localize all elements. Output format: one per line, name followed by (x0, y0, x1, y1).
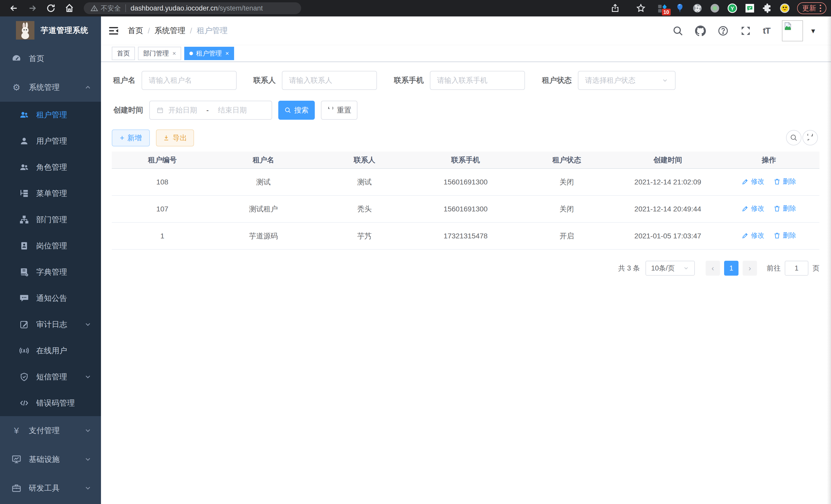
extension-icon[interactable] (692, 3, 703, 13)
header-search-icon[interactable] (672, 25, 683, 36)
add-button[interactable]: + 新增 (112, 129, 150, 146)
browser-back-icon[interactable] (9, 3, 19, 13)
export-button[interactable]: 导出 (156, 129, 194, 146)
edit-link[interactable]: 修改 (742, 231, 764, 240)
edit-link[interactable]: 修改 (742, 177, 764, 186)
chevron-down-icon (84, 373, 92, 381)
sidebar-item-error-code[interactable]: 错误码管理 (0, 390, 101, 416)
breadcrumb-system[interactable]: 系统管理 (154, 25, 185, 36)
post-badge-icon (19, 241, 29, 251)
close-icon[interactable]: × (225, 50, 229, 57)
extension-icon[interactable] (745, 3, 755, 13)
goto-page-input[interactable] (785, 261, 808, 276)
avatar[interactable] (782, 20, 803, 41)
sidebar-item-payment[interactable]: ¥ 支付管理 (0, 416, 101, 445)
font-size-icon[interactable]: tT (763, 26, 770, 36)
extension-icon[interactable] (780, 3, 790, 13)
delete-link[interactable]: 删除 (773, 177, 796, 186)
browser-menu-icon[interactable] (820, 5, 821, 12)
browser-home-icon[interactable] (64, 3, 74, 13)
puzzle-extensions-icon[interactable] (762, 3, 772, 13)
breadcrumb-home[interactable]: 首页 (128, 25, 143, 36)
tab-tenant-mgmt[interactable]: 租户管理 × (184, 47, 234, 60)
search-icon (284, 107, 291, 114)
sidebar-item-dept-mgmt[interactable]: 部门管理 (0, 207, 101, 233)
sidebar-item-role-mgmt[interactable]: 角色管理 (0, 154, 101, 180)
sidebar-item-label: 研发工具 (29, 483, 60, 494)
next-page-button[interactable]: › (743, 261, 757, 276)
page-size-select[interactable]: 10条/页 (646, 261, 695, 276)
sidebar-item-post-mgmt[interactable]: 岗位管理 (0, 233, 101, 259)
col-created: 创建时间 (617, 152, 718, 169)
table-refresh-button[interactable] (802, 130, 818, 145)
reset-button[interactable]: 重置 (321, 101, 357, 120)
sidebar-item-infra[interactable]: 基础设施 (0, 445, 101, 474)
sidebar-collapse-icon[interactable] (108, 25, 119, 36)
browser-update-button[interactable]: 更新 (797, 2, 826, 14)
chevron-down-icon (662, 77, 668, 84)
sidebar-item-tenant-mgmt[interactable]: 租户管理 (0, 102, 101, 128)
tab-home[interactable]: 首页 (112, 47, 135, 60)
svg-text:Y: Y (730, 6, 734, 11)
roles-icon (19, 162, 29, 172)
sidebar-item-audit-log[interactable]: 审计日志 (0, 312, 101, 337)
sidebar-item-notice[interactable]: 通知公告 (0, 285, 101, 312)
browser-forward-icon[interactable] (28, 3, 37, 13)
extension-icon[interactable]: 10 (657, 3, 667, 13)
extension-icon[interactable] (710, 3, 720, 13)
start-date-placeholder: 开始日期 (168, 105, 197, 115)
search-button[interactable]: 搜索 (278, 101, 315, 120)
edit-link[interactable]: 修改 (742, 204, 764, 213)
status-value: 关闭 (516, 169, 617, 196)
sidebar-item-online-users[interactable]: 在线用户 (0, 337, 101, 364)
security-chip[interactable]: 不安全 (90, 4, 121, 13)
app-logo[interactable]: 芋道管理系统 (0, 17, 101, 44)
tenant-name-label: 租户名 (112, 75, 136, 86)
address-bar[interactable]: 不安全 dashboard.yudao.iocoder.cn/system/te… (84, 2, 301, 14)
sidebar-item-dict-mgmt[interactable]: 字典管理 (0, 259, 101, 285)
status-select[interactable]: 请选择租户状态 (578, 71, 676, 90)
sidebar-item-menu-mgmt[interactable]: 菜单管理 (0, 180, 101, 207)
chevron-down-icon (84, 455, 92, 463)
yen-icon: ¥ (11, 425, 22, 436)
pagination: 共 3 条 10条/页 ‹ 1 › 前往 页 (618, 259, 820, 277)
delete-link[interactable]: 删除 (773, 204, 796, 213)
sidebar-item-sms-mgmt[interactable]: 短信管理 (0, 364, 101, 390)
sidebar-item-label: 审计日志 (36, 319, 67, 330)
tenant-name-input[interactable] (142, 71, 237, 90)
sidebar-item-label: 通知公告 (36, 293, 67, 304)
table-row: 107 测试租户 秃头 15601691300 关闭 2021-12-14 20… (112, 196, 820, 223)
help-icon[interactable] (718, 25, 728, 36)
refresh-icon (327, 107, 334, 114)
col-actions: 操作 (718, 152, 820, 169)
bookmark-star-icon[interactable] (636, 3, 646, 13)
date-range-picker[interactable]: 开始日期 - 结束日期 (149, 101, 272, 120)
contact-input[interactable] (282, 71, 377, 90)
warning-icon (90, 4, 98, 12)
prev-page-button[interactable]: ‹ (706, 261, 720, 276)
extension-icon[interactable] (675, 3, 685, 13)
plus-icon: + (120, 134, 124, 142)
breadcrumb-current: 租户管理 (197, 25, 228, 36)
browser-reload-icon[interactable] (46, 3, 56, 13)
sidebar-item-system[interactable]: ⚙ 系统管理 (0, 73, 101, 102)
share-icon[interactable] (610, 3, 620, 13)
close-icon[interactable]: × (172, 50, 176, 57)
phone-input[interactable] (430, 71, 525, 90)
broken-image-icon (783, 22, 792, 31)
avatar-dropdown-caret[interactable]: ▾ (811, 26, 815, 35)
page-1-button[interactable]: 1 (724, 261, 739, 276)
tab-dept-mgmt[interactable]: 部门管理 × (138, 47, 181, 60)
table-search-toggle-button[interactable] (786, 130, 801, 145)
delete-link[interactable]: 删除 (773, 231, 796, 240)
sidebar-item-label: 菜单管理 (36, 188, 67, 199)
github-icon[interactable] (695, 25, 706, 36)
online-users-icon (19, 346, 29, 356)
extension-icon[interactable]: Y (727, 3, 738, 13)
fullscreen-icon[interactable] (740, 25, 751, 36)
edit-icon (742, 178, 749, 185)
app-title: 芋道管理系统 (40, 25, 88, 36)
sidebar-item-home[interactable]: 首页 (0, 44, 101, 73)
sidebar-item-devtools[interactable]: 研发工具 (0, 474, 101, 502)
sidebar-item-user-mgmt[interactable]: 用户管理 (0, 128, 101, 154)
